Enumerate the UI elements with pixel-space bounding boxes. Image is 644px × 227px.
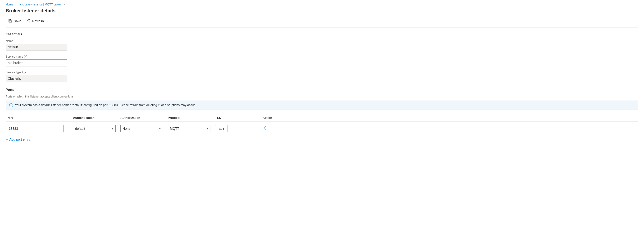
service-name-info-icon: i xyxy=(24,55,27,58)
authorization-cell: None default ▼ xyxy=(120,125,167,132)
col-header-port: Port xyxy=(6,116,72,120)
info-banner-icon: i xyxy=(9,103,13,107)
name-value: default xyxy=(6,44,67,51)
add-port-button[interactable]: + Add port entry xyxy=(6,135,30,143)
breadcrumb-cluster[interactable]: my-cluster-instance | MQTT broker xyxy=(18,3,62,6)
service-name-field-group: Service name i xyxy=(6,55,638,66)
col-header-protocol: Protocol xyxy=(167,116,214,120)
tls-cell: Edit xyxy=(214,125,262,132)
breadcrumb-sep-2: > xyxy=(63,3,65,6)
page-header: Broker listener details ··· xyxy=(6,8,638,14)
plus-icon: + xyxy=(6,137,8,142)
col-header-tls: TLS xyxy=(214,116,262,120)
col-header-delete xyxy=(290,116,304,120)
protocol-select-wrapper: MQTT MQTTS WebSockets ▼ xyxy=(168,125,210,132)
save-icon xyxy=(8,19,12,24)
page-title: Broker listener details xyxy=(6,8,56,14)
authentication-select[interactable]: default none xyxy=(73,125,116,132)
port-cell xyxy=(6,125,72,132)
ports-description: Ports on which this listener accepts cli… xyxy=(6,95,638,98)
authentication-select-wrapper: default none ▼ xyxy=(73,125,116,132)
breadcrumb-home[interactable]: Home xyxy=(6,3,13,6)
info-banner-text: Your system has a default listener named… xyxy=(15,103,196,107)
service-type-info-icon: i xyxy=(22,71,26,74)
ports-section: Ports Ports on which this listener accep… xyxy=(6,88,638,143)
ports-table: Port Authentication Authorization Protoc… xyxy=(6,114,638,134)
tls-edit-button[interactable]: Edit xyxy=(215,125,228,132)
essentials-section: Essentials Name default Service name i S… xyxy=(6,32,638,82)
refresh-label: Refresh xyxy=(32,19,44,23)
action-cell xyxy=(262,125,290,132)
toolbar: Save Refresh xyxy=(6,17,638,28)
delete-icon xyxy=(264,126,267,130)
page-container: Home > my-cluster-instance | MQTT broker… xyxy=(0,0,644,149)
delete-row-button[interactable] xyxy=(262,125,268,132)
authorization-select[interactable]: None default xyxy=(120,125,163,132)
name-label: Name xyxy=(6,39,638,43)
authentication-cell: default none ▼ xyxy=(72,125,120,132)
col-header-action: Action xyxy=(262,116,290,120)
breadcrumb: Home > my-cluster-instance | MQTT broker… xyxy=(6,3,638,6)
name-field-group: Name default xyxy=(6,39,638,51)
port-input[interactable] xyxy=(7,125,64,132)
info-banner: i Your system has a default listener nam… xyxy=(6,101,638,110)
save-label: Save xyxy=(14,19,21,23)
service-name-label: Service name i xyxy=(6,55,638,58)
save-button[interactable]: Save xyxy=(6,17,24,25)
add-port-label: Add port entry xyxy=(9,138,30,141)
breadcrumb-sep-1: > xyxy=(15,3,16,6)
ports-title: Ports xyxy=(6,88,638,92)
essentials-title: Essentials xyxy=(6,32,638,36)
service-type-value: ClusterIp xyxy=(6,75,67,82)
svg-rect-1 xyxy=(10,19,11,20)
refresh-icon xyxy=(27,19,31,24)
protocol-cell: MQTT MQTTS WebSockets ▼ xyxy=(167,125,214,132)
service-type-label: Service type i xyxy=(6,71,638,74)
col-header-authz: Authorization xyxy=(120,116,167,120)
ports-table-header: Port Authentication Authorization Protoc… xyxy=(6,114,638,122)
col-header-auth: Authentication xyxy=(72,116,120,120)
service-name-input[interactable] xyxy=(6,59,67,66)
refresh-button[interactable]: Refresh xyxy=(24,17,47,25)
protocol-select[interactable]: MQTT MQTTS WebSockets xyxy=(168,125,210,132)
table-row: default none ▼ None default ▼ xyxy=(6,124,638,134)
authorization-select-wrapper: None default ▼ xyxy=(120,125,163,132)
service-type-field-group: Service type i ClusterIp xyxy=(6,71,638,82)
more-options-button[interactable]: ··· xyxy=(58,8,64,14)
svg-rect-2 xyxy=(9,21,12,22)
